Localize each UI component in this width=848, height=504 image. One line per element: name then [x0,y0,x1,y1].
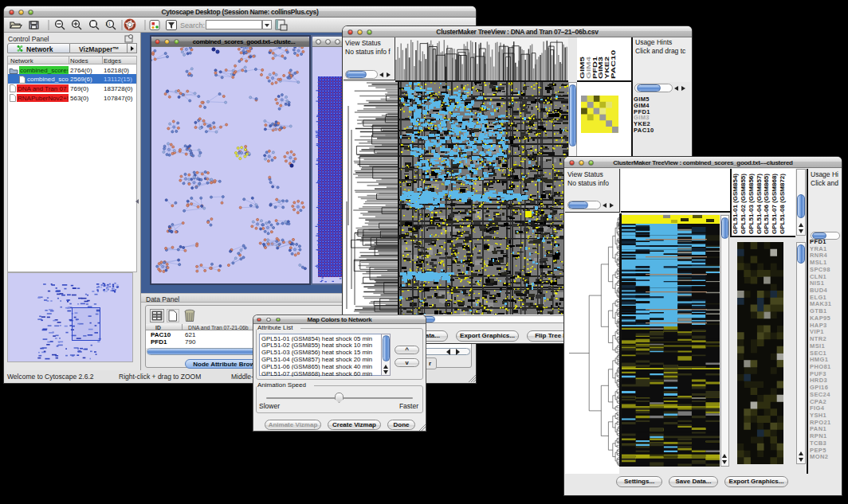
svg-text:GPL51-04 (GSM857): GPL51-04 (GSM857) [756,174,763,234]
svg-text:GPL51-02 (GSM855): GPL51-02 (GSM855) [740,174,747,234]
svg-text:GPL51-01 (GSM854): GPL51-01 (GSM854) [732,174,739,234]
svg-text:GPL51-07 (GSM868): GPL51-07 (GSM868) [771,174,778,234]
svg-text:PAC10: PAC10 [610,50,617,79]
svg-text:GPL51-08 (GSM872): GPL51-08 (GSM872) [779,174,786,234]
svg-text:GPL51-03 (GSM856): GPL51-03 (GSM856) [748,174,755,234]
svg-text:GPL51-06 (GSM865): GPL51-06 (GSM865) [764,174,770,234]
svg-text:1:1: 1:1 [105,22,111,26]
